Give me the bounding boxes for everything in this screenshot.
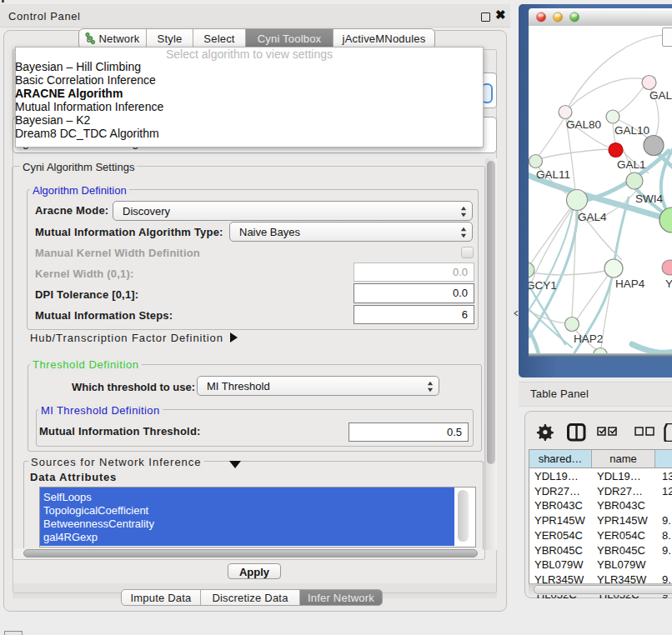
svg-text:GAL80: GAL80	[566, 118, 601, 131]
svg-text:SWI4: SWI4	[635, 192, 663, 205]
svg-text:GCY1: GCY1	[529, 279, 557, 292]
svg-text:GAL10: GAL10	[614, 124, 649, 137]
svg-text:GAL11: GAL11	[536, 168, 570, 181]
svg-text:HAP2: HAP2	[574, 332, 603, 345]
svg-text:GAL7: GAL7	[649, 89, 672, 102]
svg-text:Y: Y	[665, 278, 672, 290]
svg-text:GAL1: GAL1	[617, 158, 646, 171]
svg-text:GAL4: GAL4	[578, 211, 607, 223]
svg-text:HAP4: HAP4	[615, 278, 645, 290]
